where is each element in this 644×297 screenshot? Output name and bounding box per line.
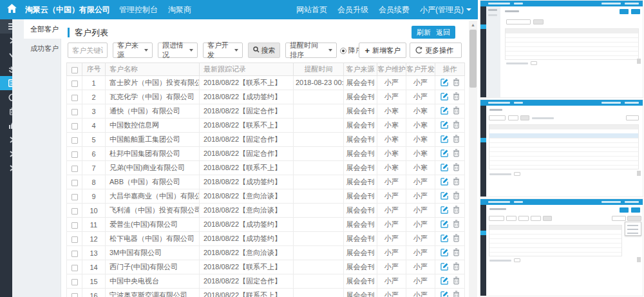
- edit-icon[interactable]: [440, 177, 449, 187]
- cell-name: 3M中国有限公司: [106, 246, 200, 260]
- subnav-item-all-customers[interactable]: 全部客户: [24, 19, 61, 39]
- row-checkbox[interactable]: [71, 222, 78, 229]
- edit-icon[interactable]: [440, 234, 449, 244]
- screenshot-thumbnail-2[interactable]: [480, 99, 643, 197]
- cell-no: 10: [82, 204, 106, 218]
- search-button[interactable]: 搜索: [248, 43, 280, 58]
- edit-icon[interactable]: [440, 92, 449, 102]
- row-checkbox[interactable]: [71, 180, 78, 186]
- row-checkbox[interactable]: [71, 208, 78, 215]
- delete-icon[interactable]: [453, 149, 460, 158]
- vertical-scrollbar[interactable]: ▲: [469, 21, 477, 297]
- sort-select[interactable]: 提醒时间排序: [285, 43, 337, 58]
- row-checkbox[interactable]: [71, 251, 78, 257]
- cell-no: 7: [82, 161, 106, 175]
- cell-reminder: [294, 133, 344, 147]
- cell-reminder: [294, 246, 344, 260]
- delete-icon[interactable]: [453, 248, 460, 258]
- mini-export-button: [626, 115, 639, 120]
- edit-icon[interactable]: [440, 191, 449, 201]
- edit-icon[interactable]: [440, 120, 449, 130]
- edit-icon[interactable]: [440, 248, 449, 258]
- screenshot-thumbnail-3[interactable]: [480, 198, 643, 296]
- row-checkbox[interactable]: [71, 279, 78, 285]
- edit-icon[interactable]: [440, 262, 449, 272]
- subnav-item-success-customers[interactable]: 成功客户: [24, 39, 61, 58]
- table-row: 5中国船舶重工集团公司2018/08/22【固定合作】展会会刊小寒小寒: [67, 133, 465, 147]
- delete-icon[interactable]: [453, 106, 460, 116]
- row-checkbox[interactable]: [71, 151, 78, 158]
- home-button[interactable]: [0, 0, 24, 19]
- mini-scroll-thumb: [637, 59, 641, 64]
- cell-source: 展会会刊: [344, 161, 377, 175]
- nav-member-renew-link[interactable]: 会员续费: [379, 5, 410, 15]
- keyword-input[interactable]: [68, 43, 108, 58]
- row-checkbox[interactable]: [71, 123, 78, 129]
- cell-name: ABB（中国）有限公司: [106, 175, 200, 189]
- cell-developer: 小严: [406, 76, 435, 90]
- header-record: 最新跟踪记录: [200, 63, 294, 76]
- user-menu[interactable]: 小严(管理员): [420, 5, 471, 15]
- cell-keeper: 小严: [377, 189, 406, 204]
- edit-icon[interactable]: [440, 149, 449, 158]
- edit-icon[interactable]: [440, 291, 449, 297]
- delete-icon[interactable]: [453, 291, 460, 297]
- cell-reminder: [294, 260, 344, 274]
- select-all-checkbox[interactable]: [71, 67, 78, 73]
- scroll-up-arrow-icon[interactable]: ▲: [469, 21, 477, 29]
- cell-name: 飞利浦（中国）投资有限公司: [106, 204, 200, 218]
- edit-icon[interactable]: [440, 276, 449, 286]
- delete-icon[interactable]: [453, 206, 460, 215]
- edit-icon[interactable]: [440, 106, 449, 116]
- back-button[interactable]: 返回: [431, 26, 455, 39]
- mini-highlighted-row: [489, 133, 638, 138]
- scrollbar-thumb[interactable]: [469, 30, 477, 88]
- nav-site-home-link[interactable]: 网站首页: [296, 5, 327, 15]
- cell-record: 2018/08/22【意向洽谈】: [200, 204, 294, 218]
- cell-developer: 小严: [406, 204, 435, 218]
- delete-icon[interactable]: [453, 92, 460, 102]
- table-row: 3通快（中国）有限公司2018/08/22【固定合作】展会会刊小寒小寒: [67, 104, 465, 119]
- delete-icon[interactable]: [453, 191, 460, 201]
- delete-icon[interactable]: [453, 135, 460, 144]
- cell-name: 中国中央电视台: [106, 274, 200, 289]
- cell-keeper: 小严: [377, 260, 406, 274]
- row-checkbox[interactable]: [71, 194, 78, 200]
- nav-console-link[interactable]: 管理控制台: [119, 5, 158, 15]
- cell-source: 展会会刊: [344, 232, 377, 246]
- row-checkbox[interactable]: [71, 137, 78, 144]
- screenshot-thumbnail-1[interactable]: [480, 0, 643, 98]
- edit-icon[interactable]: [440, 163, 449, 173]
- nav-member-upgrade-link[interactable]: 会员升级: [337, 5, 368, 15]
- delete-icon[interactable]: [453, 276, 460, 286]
- delete-icon[interactable]: [453, 120, 460, 130]
- table-row: 133M中国有限公司2018/08/22【意向洽谈】展会会刊小严小严: [67, 246, 465, 260]
- edit-icon[interactable]: [440, 78, 449, 88]
- row-checkbox[interactable]: [71, 265, 78, 271]
- row-checkbox[interactable]: [71, 166, 78, 172]
- more-actions-button[interactable]: 更多操作: [410, 43, 462, 58]
- edit-icon[interactable]: [440, 135, 449, 144]
- row-checkbox[interactable]: [71, 109, 78, 115]
- delete-icon[interactable]: [453, 262, 460, 272]
- cell-keeper: 小寒: [377, 119, 406, 133]
- cell-source: 展会会刊: [344, 175, 377, 189]
- add-customer-button[interactable]: +新增客户: [359, 43, 406, 58]
- row-checkbox[interactable]: [71, 95, 78, 101]
- delete-icon[interactable]: [453, 234, 460, 244]
- delete-icon[interactable]: [453, 78, 460, 88]
- row-checkbox[interactable]: [71, 293, 78, 297]
- mini-scroll-thumb: [637, 171, 641, 176]
- developer-select[interactable]: 客户开发: [203, 43, 243, 58]
- progress-select[interactable]: 跟进情况: [158, 43, 198, 58]
- delete-icon[interactable]: [453, 163, 460, 173]
- source-select[interactable]: 客户来源: [113, 43, 153, 58]
- row-checkbox[interactable]: [71, 81, 78, 87]
- delete-icon[interactable]: [453, 177, 460, 187]
- cell-source: 展会会刊: [344, 90, 377, 104]
- nav-shop-link[interactable]: 淘聚商: [168, 5, 191, 15]
- edit-icon[interactable]: [440, 220, 449, 229]
- delete-icon[interactable]: [453, 220, 460, 229]
- row-checkbox[interactable]: [71, 236, 78, 243]
- edit-icon[interactable]: [440, 206, 449, 215]
